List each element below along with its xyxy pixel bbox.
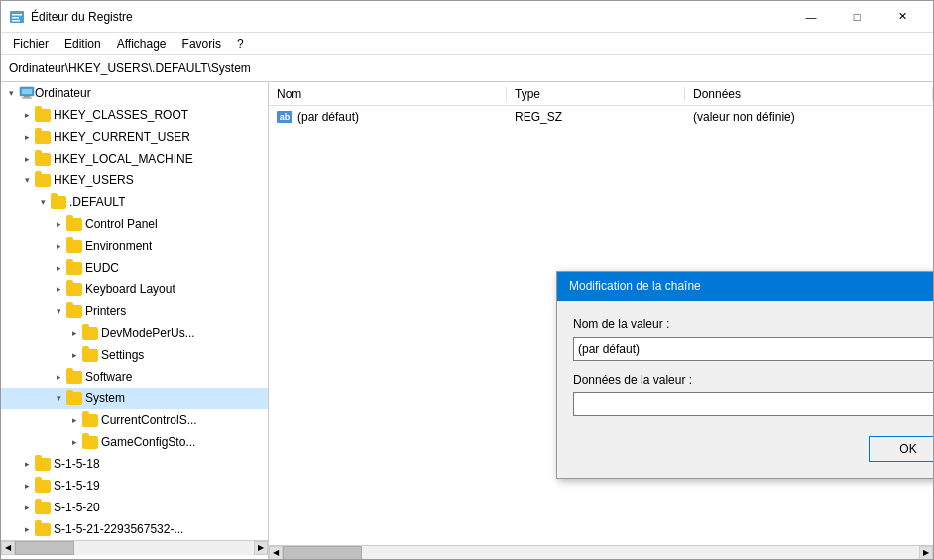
tree-expander[interactable]: ▸	[66, 325, 82, 341]
tree-item[interactable]: ▾.DEFAULT	[1, 191, 268, 213]
tree-expander[interactable]: ▸	[19, 129, 35, 145]
tree-item-label: Printers	[85, 304, 126, 318]
dialog-data-input[interactable]	[573, 392, 933, 416]
tree-item[interactable]: ▸S-1-5-20	[1, 497, 268, 518]
tree-item-label: HKEY_USERS	[54, 173, 134, 187]
maximize-button[interactable]: □	[834, 1, 879, 33]
folder-icon	[66, 218, 82, 231]
tree-item[interactable]: ▸HKEY_CLASSES_ROOT	[1, 104, 268, 126]
folder-icon	[66, 305, 82, 318]
scroll-track[interactable]	[15, 541, 254, 555]
tree-item[interactable]: ▸Settings	[1, 344, 268, 366]
tree-expander[interactable]: ▸	[19, 521, 35, 537]
tree-item[interactable]: ▾HKEY_USERS	[1, 169, 268, 191]
svg-rect-7	[22, 98, 32, 99]
tree-item[interactable]: ▸Software	[1, 366, 268, 388]
tree-expander[interactable]: ▸	[66, 434, 82, 450]
tree-expander[interactable]: ▸	[19, 456, 35, 472]
reg-name: ab (par défaut)	[269, 110, 507, 124]
svg-rect-3	[12, 20, 20, 22]
svg-rect-1	[12, 14, 22, 16]
tree-item[interactable]: ▸EUDC	[1, 257, 268, 279]
tree-item[interactable]: ▸GameConfigSto...	[1, 431, 268, 453]
scroll-right[interactable]: ▶	[254, 541, 268, 555]
tree-item-label: GameConfigSto...	[101, 435, 195, 449]
right-scroll-left[interactable]: ◀	[269, 546, 283, 560]
tree-expander[interactable]: ▸	[51, 216, 66, 232]
tree-item[interactable]: ▸Control Panel	[1, 213, 268, 235]
app-icon	[9, 9, 25, 25]
tree-item-label: Keyboard Layout	[85, 282, 175, 296]
tree-item[interactable]: ▸Keyboard Layout	[1, 279, 268, 300]
tree-expander[interactable]: ▸	[19, 478, 35, 494]
tree-item[interactable]: ▸S-1-5-18	[1, 453, 268, 475]
menubar-item-affichage[interactable]: Affichage	[109, 35, 175, 53]
tree-item[interactable]: ▸DevModePerUs...	[1, 322, 268, 344]
tree-item-label: Environment	[85, 239, 152, 253]
right-scrollbar: ◀ ▶	[269, 545, 933, 559]
folder-icon	[51, 196, 66, 209]
dialog-ok-button[interactable]: OK	[869, 436, 933, 462]
tree-item[interactable]: ▸S-1-5-21-2293567532-...	[1, 518, 268, 540]
tree-item[interactable]: ▾System	[1, 388, 268, 409]
window-controls: — □ ✕	[788, 1, 925, 33]
tree-item-label: .DEFAULT	[69, 195, 125, 209]
tree-item-label: HKEY_CLASSES_ROOT	[54, 108, 188, 122]
folder-icon	[35, 131, 51, 144]
tree-expander[interactable]: ▸	[51, 238, 66, 254]
menubar-item-fichier[interactable]: Fichier	[5, 35, 57, 53]
tree-item[interactable]: ▸HKEY_LOCAL_MACHINE	[1, 148, 268, 169]
tree-item-label: DevModePerUs...	[101, 326, 195, 340]
reg-type: REG_SZ	[507, 110, 685, 124]
tree-expander[interactable]: ▸	[51, 281, 66, 297]
tree-expander[interactable]: ▾	[19, 172, 35, 188]
tree-expander[interactable]: ▾	[35, 194, 51, 210]
menubar-item-favoris[interactable]: Favoris	[175, 35, 229, 53]
tree-expander[interactable]: ▾	[51, 303, 66, 319]
reg-data: (valeur non définie)	[685, 110, 933, 124]
tree-expander[interactable]: ▸	[51, 369, 66, 385]
minimize-button[interactable]: —	[788, 1, 834, 33]
right-scroll-track[interactable]	[283, 546, 919, 560]
tree-expander[interactable]: ▸	[66, 412, 82, 428]
table-row[interactable]: ab (par défaut) REG_SZ (valeur non défin…	[269, 106, 933, 128]
folder-icon	[66, 262, 82, 275]
right-pane: Nom Type Données ab (par défaut) REG_SZ …	[269, 82, 933, 559]
menubar-item-edition[interactable]: Edition	[57, 35, 109, 53]
dialog-name-input[interactable]	[573, 337, 933, 361]
menubar-item-help[interactable]: ?	[229, 35, 252, 53]
tree-item[interactable]: ▸S-1-5-19	[1, 475, 268, 497]
tree-expander[interactable]: ▾	[3, 85, 19, 101]
tree-item[interactable]: ▾Printers	[1, 300, 268, 322]
tree-item-label: HKEY_LOCAL_MACHINE	[54, 152, 193, 166]
tree-expander[interactable]: ▸	[19, 500, 35, 515]
column-headers: Nom Type Données	[269, 82, 933, 106]
address-path: Ordinateur\HKEY_USERS\.DEFAULT\System	[9, 61, 251, 75]
tree-expander[interactable]: ▾	[51, 391, 66, 406]
tree-expander[interactable]: ▸	[66, 347, 82, 363]
main-area: ▾ Ordinateur▸HKEY_CLASSES_ROOT▸HKEY_CURR…	[1, 82, 933, 559]
close-button[interactable]: ✕	[879, 1, 925, 33]
folder-icon	[35, 174, 51, 187]
col-header-name: Nom	[269, 87, 507, 101]
tree-expander[interactable]: ▸	[51, 260, 66, 276]
dialog-buttons: OK Annuler	[573, 436, 933, 462]
tree-container: ▾ Ordinateur▸HKEY_CLASSES_ROOT▸HKEY_CURR…	[1, 82, 268, 540]
tree-item[interactable]: ▸HKEY_CURRENT_USER	[1, 126, 268, 148]
tree-item[interactable]: ▾ Ordinateur	[1, 82, 268, 104]
folder-icon	[66, 283, 82, 296]
dialog-body: Nom de la valeur : Données de la valeur …	[557, 301, 933, 478]
tree-item[interactable]: ▸Environment	[1, 235, 268, 257]
window-title: Éditeur du Registre	[31, 10, 788, 24]
tree-item[interactable]: ▸CurrentControlS...	[1, 409, 268, 431]
tree-item-label: S-1-5-21-2293567532-...	[54, 522, 183, 536]
tree-item-label: CurrentControlS...	[101, 413, 197, 427]
tree-expander[interactable]: ▸	[19, 151, 35, 167]
folder-icon	[82, 436, 98, 449]
col-header-type: Type	[507, 87, 685, 101]
tree-expander[interactable]: ▸	[19, 107, 35, 123]
scroll-left[interactable]: ◀	[1, 541, 15, 555]
folder-icon	[35, 153, 51, 166]
main-window: Éditeur du Registre — □ ✕ FichierEdition…	[0, 0, 934, 560]
right-scroll-right[interactable]: ▶	[919, 546, 933, 560]
